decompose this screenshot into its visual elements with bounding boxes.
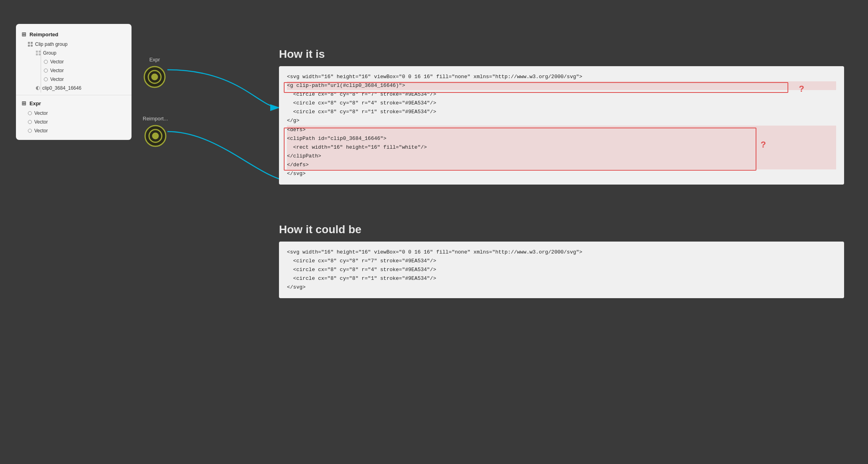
could-be-line-3: <circle cx="8" cy="8" r="4" stroke="#9EA… <box>287 265 836 274</box>
circle-icon <box>44 69 48 73</box>
reimported-label: Reimported <box>29 31 58 37</box>
how-it-is-code-container: <svg width="16" height="16" viewBox="0 0… <box>279 66 844 185</box>
tree-item-expr-vector-2[interactable]: Vector <box>16 118 132 126</box>
group-label: Group <box>43 50 56 56</box>
code-line-3: <circle cx="8" cy="8" r="7" stroke="#9EA… <box>287 90 836 99</box>
tree-item-clip0[interactable]: clip0_3684_16646 <box>16 84 132 92</box>
code-line-9: <rect width="16" height="16" fill="white… <box>287 143 836 152</box>
code-line-5: <circle cx="8" cy="8" r="1" stroke="#9EA… <box>287 108 836 116</box>
expr-top-label: Expr <box>149 57 160 63</box>
svg-point-2 <box>152 74 157 80</box>
grid-icon: ⊞ <box>22 31 26 37</box>
reimport-label: Reimport... <box>143 116 168 122</box>
code-line-7: <defs> <box>287 126 836 134</box>
grid4-icon <box>36 51 41 55</box>
half-circle-icon <box>36 86 40 90</box>
tree-item-vector-2[interactable]: Vector <box>16 66 132 75</box>
code-line-8: <clipPath id="clip0_3684_16646"> <box>287 134 836 143</box>
code-line-6: </g> <box>287 116 836 125</box>
code-line-10: </clipPath> <box>287 152 836 161</box>
expr-section-header[interactable]: ⊞ Expr <box>16 98 132 109</box>
target-icon-reimport <box>143 124 167 148</box>
circle-icon <box>28 111 32 115</box>
code-line-11: </defs> <box>287 161 836 169</box>
tree-item-group[interactable]: Group <box>16 49 132 57</box>
expr-vector-3-label: Vector <box>34 128 48 134</box>
code-line-4: <circle cx="8" cy="8" r="4" stroke="#9EA… <box>287 99 836 108</box>
tree-item-expr-vector-3[interactable]: Vector <box>16 126 132 135</box>
how-it-could-be-code-block: <svg width="16" height="16" viewBox="0 0… <box>279 242 844 298</box>
expr-icon-container: Expr <box>143 57 167 89</box>
how-it-is-title: How it is <box>279 48 844 61</box>
layer-panel: ⊞ Reimported Clip path group Group Vecto… <box>16 24 132 140</box>
vector-3-label: Vector <box>50 77 64 82</box>
code-line-12: </svg> <box>287 169 836 178</box>
grid-icon: ⊞ <box>22 100 26 106</box>
clip-path-group-label: Clip path group <box>35 41 67 47</box>
reimported-section-header[interactable]: ⊞ Reimported <box>16 29 132 40</box>
svg-point-5 <box>153 133 158 139</box>
reimport-icon-container: Reimport... <box>143 116 168 148</box>
tree-item-vector-1[interactable]: Vector <box>16 57 132 66</box>
question-mark-1: ? <box>799 82 804 97</box>
circle-icon <box>28 129 32 133</box>
vector-1-label: Vector <box>50 59 64 65</box>
tree-item-expr-vector-1[interactable]: Vector <box>16 109 132 118</box>
expr-vector-2-label: Vector <box>34 119 48 125</box>
how-it-could-be-section: How it could be <svg width="16" height="… <box>279 223 844 298</box>
expr-label: Expr <box>29 100 41 106</box>
vector-2-label: Vector <box>50 68 64 73</box>
circle-icon <box>44 60 48 64</box>
circle-icon <box>44 77 48 81</box>
could-be-line-4: <circle cx="8" cy="8" r="1" stroke="#9EA… <box>287 274 836 283</box>
code-line-2: <g clip-path="url(#clip0_3684_16646)"> <box>287 81 836 90</box>
could-be-line-5: </svg> <box>287 283 836 292</box>
could-be-line-2: <circle cx="8" cy="8" r="7" stroke="#9EA… <box>287 257 836 265</box>
clip0-label: clip0_3684_16646 <box>42 85 81 91</box>
target-icon-expr <box>143 65 167 89</box>
question-mark-2: ? <box>761 138 766 153</box>
how-it-is-section: How it is <svg width="16" height="16" vi… <box>279 48 844 185</box>
could-be-line-1: <svg width="16" height="16" viewBox="0 0… <box>287 248 836 257</box>
code-line-1: <svg width="16" height="16" viewBox="0 0… <box>287 73 836 81</box>
section-divider <box>16 95 132 95</box>
grid4-icon <box>28 42 33 47</box>
circle-icon <box>28 120 32 124</box>
tree-item-clip-path-group[interactable]: Clip path group <box>16 40 132 49</box>
tree-item-vector-3[interactable]: Vector <box>16 75 132 84</box>
how-it-is-code-block: <svg width="16" height="16" viewBox="0 0… <box>279 66 844 185</box>
how-it-could-be-title: How it could be <box>279 223 844 236</box>
expr-vector-1-label: Vector <box>34 110 48 116</box>
